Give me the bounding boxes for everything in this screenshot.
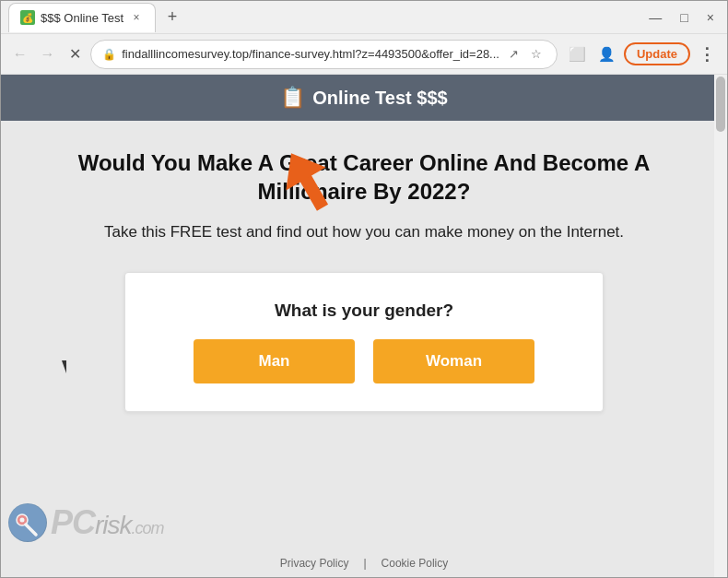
share-icon[interactable]: ↗ xyxy=(505,45,523,64)
svg-point-2 xyxy=(9,504,46,541)
tab-title: $$$ Online Test xyxy=(41,11,123,25)
scrollbar[interactable] xyxy=(714,75,727,577)
toolbar-icons: ⬜ 👤 Update ⋮ xyxy=(565,41,720,67)
bookmark-icon[interactable]: ☆ xyxy=(527,45,546,64)
mouse-cursor xyxy=(62,360,73,377)
address-bar: ← → ✕ 🔒 findalllincomesurvey.top/finance… xyxy=(1,34,727,75)
survey-options: Man Woman xyxy=(194,339,534,383)
privacy-policy-link[interactable]: Privacy Policy xyxy=(280,557,349,570)
profile-icon[interactable]: 👤 xyxy=(594,41,620,67)
menu-button[interactable]: ⋮ xyxy=(694,41,720,67)
active-tab[interactable]: 💰 $$$ Online Test × xyxy=(8,3,156,32)
survey-card: What is your gender? Man Woman xyxy=(124,272,604,412)
main-subtext: Take this FREE test and find out how you… xyxy=(104,220,624,244)
title-bar: 💰 $$$ Online Test × + — □ × xyxy=(1,1,727,34)
main-heading: Would You Make A Great Career Online And… xyxy=(56,148,672,206)
option-woman-button[interactable]: Woman xyxy=(373,339,534,383)
tab-favicon: 💰 xyxy=(20,10,35,25)
extensions-icon[interactable]: ⬜ xyxy=(565,41,591,67)
survey-question: What is your gender? xyxy=(275,301,453,321)
webpage: 📋 Online Test $$$ Would You Make A Great… xyxy=(1,75,727,577)
main-content: Would You Make A Great Career Online And… xyxy=(1,121,727,549)
url-actions: ↗ ☆ xyxy=(505,45,546,64)
cookie-policy-link[interactable]: Cookie Policy xyxy=(382,557,449,570)
site-header-title: Online Test $$$ xyxy=(312,88,447,109)
minimize-button[interactable]: — xyxy=(643,8,667,27)
tab-close-button[interactable]: × xyxy=(129,10,144,25)
maximize-button[interactable]: □ xyxy=(675,8,693,27)
pcrisk-watermark: PCrisk.com xyxy=(1,457,204,549)
site-footer: Privacy Policy | Cookie Policy xyxy=(1,549,727,577)
footer-separator: | xyxy=(363,557,366,570)
update-button[interactable]: Update xyxy=(624,42,690,65)
pcrisk-text: PCrisk.com xyxy=(51,503,164,542)
site-header-icon: 📋 xyxy=(280,86,305,110)
back-button[interactable]: ← xyxy=(8,41,32,67)
option-man-button[interactable]: Man xyxy=(194,339,355,383)
forward-button[interactable]: → xyxy=(36,41,60,67)
scrollbar-thumb[interactable] xyxy=(716,77,725,132)
svg-point-3 xyxy=(17,514,28,525)
pcrisk-circle-icon xyxy=(8,503,47,542)
svg-point-4 xyxy=(20,518,25,523)
lock-icon: 🔒 xyxy=(102,48,116,61)
url-text: findalllincomesurvey.top/finance-survey.… xyxy=(122,47,499,61)
window-controls: — □ × xyxy=(643,8,720,27)
svg-line-5 xyxy=(26,525,36,535)
tab-area: 💰 $$$ Online Test × + xyxy=(8,3,643,32)
reload-button[interactable]: ✕ xyxy=(63,41,87,67)
new-tab-button[interactable]: + xyxy=(159,5,185,30)
browser-window: 💰 $$$ Online Test × + — □ × ← → ✕ 🔒 find… xyxy=(0,0,728,578)
url-bar[interactable]: 🔒 findalllincomesurvey.top/finance-surve… xyxy=(90,40,558,69)
site-header: 📋 Online Test $$$ xyxy=(1,75,727,121)
close-button[interactable]: × xyxy=(701,8,720,27)
pcrisk-logo: PCrisk.com xyxy=(8,503,164,542)
